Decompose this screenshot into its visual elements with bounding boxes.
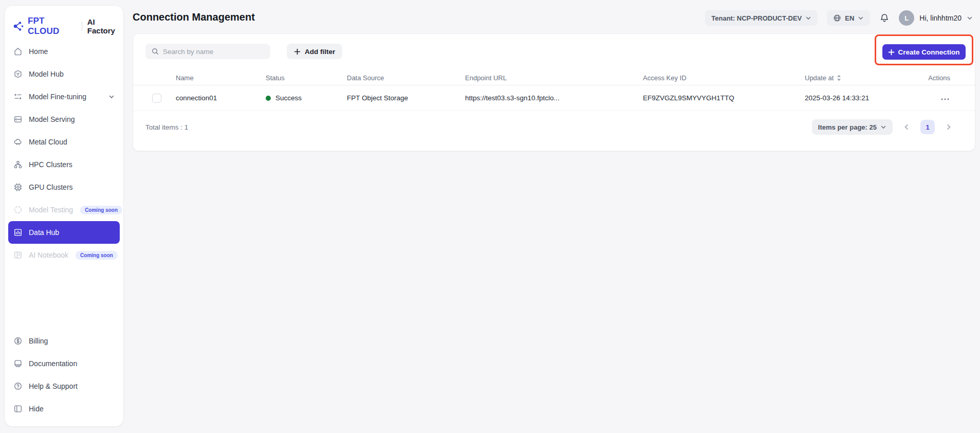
row-actions-button[interactable] bbox=[940, 96, 950, 102]
cell-access-key-id: EF9ZVGZL9SMYVYGH1TTQ bbox=[643, 94, 805, 102]
status-success-dot bbox=[266, 96, 271, 101]
model-serving-icon bbox=[13, 115, 23, 124]
sidebar-item-label: Model Testing bbox=[29, 206, 73, 214]
billing-icon bbox=[13, 336, 23, 346]
logo-text: FPT CLOUD bbox=[28, 16, 77, 37]
plus-icon bbox=[294, 48, 301, 55]
sidebar-item-ai-notebook[interactable]: AI Notebook Coming soon bbox=[8, 244, 120, 266]
page-number-button[interactable]: 1 bbox=[920, 120, 935, 134]
avatar: L bbox=[899, 10, 914, 26]
coming-soon-badge: Coming soon bbox=[76, 251, 118, 260]
sidebar-item-label: HPC Clusters bbox=[29, 160, 72, 169]
sidebar-item-model-fine-tuning[interactable]: Model Fine-tuning bbox=[8, 85, 120, 108]
column-header-status: Status bbox=[266, 74, 347, 82]
pagination: Items per page: 25 1 bbox=[812, 119, 954, 135]
chevron-down-icon bbox=[880, 124, 886, 130]
sort-icon[interactable] bbox=[837, 75, 841, 81]
sidebar-item-label: Model Serving bbox=[29, 115, 75, 123]
notifications-button[interactable] bbox=[879, 13, 890, 23]
sidebar-item-label: Billing bbox=[29, 337, 48, 345]
column-header-data-source: Data Source bbox=[347, 74, 465, 82]
chevron-down-icon bbox=[108, 94, 115, 100]
product-name: AI Factory bbox=[87, 17, 123, 35]
sidebar-item-model-testing[interactable]: Model Testing Coming soon bbox=[8, 199, 120, 221]
data-hub-icon bbox=[13, 228, 23, 237]
items-per-page-selector[interactable]: Items per page: 25 bbox=[812, 119, 893, 135]
column-header-actions: Actions bbox=[928, 74, 950, 82]
create-connection-button[interactable]: Create Connection bbox=[882, 44, 966, 60]
user-greeting: Hi, linhhtm20 bbox=[919, 14, 961, 22]
sidebar-item-help-support[interactable]: Help & Support bbox=[8, 375, 120, 398]
ellipsis-icon bbox=[941, 98, 949, 100]
search-icon bbox=[151, 47, 159, 56]
chevron-left-icon bbox=[903, 123, 910, 131]
chevron-down-icon bbox=[967, 15, 973, 21]
logo-divider bbox=[82, 22, 82, 31]
sidebar-item-label: Model Fine-tuning bbox=[29, 93, 86, 101]
total-items-label: Total items : 1 bbox=[145, 123, 188, 131]
coming-soon-badge: Coming soon bbox=[80, 206, 122, 214]
plus-icon bbox=[888, 49, 895, 56]
tenant-label: Tenant: NCP-PRODUCT-DEV bbox=[711, 14, 802, 22]
add-filter-label: Add filter bbox=[305, 48, 335, 56]
cell-name: connection01 bbox=[176, 94, 266, 102]
page-title: Connection Management bbox=[133, 11, 255, 23]
sidebar-item-label: AI Notebook bbox=[29, 251, 68, 259]
model-testing-icon bbox=[13, 205, 23, 214]
search-input-wrapper bbox=[145, 44, 270, 59]
sidebar-item-model-serving[interactable]: Model Serving bbox=[8, 108, 120, 131]
chevron-down-icon bbox=[805, 15, 811, 21]
help-icon bbox=[13, 382, 23, 391]
sidebar-item-label: Model Hub bbox=[29, 70, 64, 78]
column-header-access-key-id: Access Key ID bbox=[643, 74, 805, 82]
tenant-selector[interactable]: Tenant: NCP-PRODUCT-DEV bbox=[705, 10, 818, 26]
sidebar-item-metal-cloud[interactable]: Metal Cloud bbox=[8, 131, 120, 153]
content-card: Add filter Create Connection Name Status… bbox=[133, 33, 975, 151]
sidebar-item-label: Help & Support bbox=[29, 382, 78, 390]
table-footer: Total items : 1 Items per page: 25 1 bbox=[145, 111, 954, 143]
sidebar-item-model-hub[interactable]: Model Hub bbox=[8, 63, 120, 85]
search-input[interactable] bbox=[145, 44, 270, 59]
cell-update-at: 2025-03-26 14:33:21 bbox=[805, 94, 928, 102]
language-label: EN bbox=[845, 14, 854, 22]
sidebar-item-billing[interactable]: Billing bbox=[8, 330, 120, 352]
sidebar-item-gpu-clusters[interactable]: GPU Clusters bbox=[8, 176, 120, 199]
column-header-endpoint-url: Endpoint URL bbox=[465, 74, 643, 82]
gpu-clusters-icon bbox=[13, 183, 23, 192]
cell-endpoint-url: https://test03.s3-sgn10.fptclo... bbox=[465, 94, 643, 102]
ai-notebook-icon bbox=[13, 250, 23, 260]
column-header-update-at[interactable]: Update at bbox=[805, 74, 928, 82]
cell-data-source: FPT Object Storage bbox=[347, 94, 465, 102]
row-checkbox[interactable] bbox=[152, 94, 161, 103]
header-controls: Tenant: NCP-PRODUCT-DEV EN L Hi, linhhtm… bbox=[705, 10, 973, 26]
sidebar-item-label: Home bbox=[29, 47, 48, 56]
sidebar-item-label: Hide bbox=[29, 405, 44, 413]
model-hub-icon bbox=[13, 69, 23, 79]
create-connection-label: Create Connection bbox=[898, 48, 959, 56]
brand-logo: FPT CLOUD AI Factory bbox=[5, 6, 123, 37]
language-selector[interactable]: EN bbox=[827, 10, 870, 26]
next-page-button[interactable] bbox=[943, 121, 954, 133]
sidebar-item-data-hub[interactable]: Data Hub bbox=[8, 221, 120, 244]
sidebar-item-home[interactable]: Home bbox=[8, 40, 120, 63]
documentation-icon bbox=[13, 359, 23, 368]
items-per-page-label: Items per page: 25 bbox=[818, 123, 877, 131]
prev-page-button[interactable] bbox=[901, 121, 912, 133]
sidebar-item-hide[interactable]: Hide bbox=[8, 398, 120, 420]
status-label: Success bbox=[275, 94, 302, 102]
table-row[interactable]: connection01 Success FPT Object Storage … bbox=[133, 85, 975, 111]
user-menu[interactable]: L Hi, linhhtm20 bbox=[899, 10, 973, 26]
sidebar-item-label: Documentation bbox=[29, 359, 77, 368]
table-header-row: Name Status Data Source Endpoint URL Acc… bbox=[133, 70, 975, 85]
home-icon bbox=[13, 47, 23, 56]
add-filter-button[interactable]: Add filter bbox=[287, 44, 342, 59]
column-header-name: Name bbox=[176, 74, 266, 82]
hide-sidebar-icon bbox=[13, 404, 23, 413]
sidebar-item-hpc-clusters[interactable]: HPC Clusters bbox=[8, 153, 120, 176]
sidebar-footer-nav: Billing Documentation Help & Support Hid… bbox=[5, 330, 123, 420]
sidebar: FPT CLOUD AI Factory Home Model Hub Mode… bbox=[4, 5, 124, 427]
hpc-clusters-icon bbox=[13, 160, 23, 169]
model-fine-tuning-icon bbox=[13, 92, 23, 101]
sidebar-item-documentation[interactable]: Documentation bbox=[8, 352, 120, 375]
cell-status: Success bbox=[266, 94, 347, 102]
